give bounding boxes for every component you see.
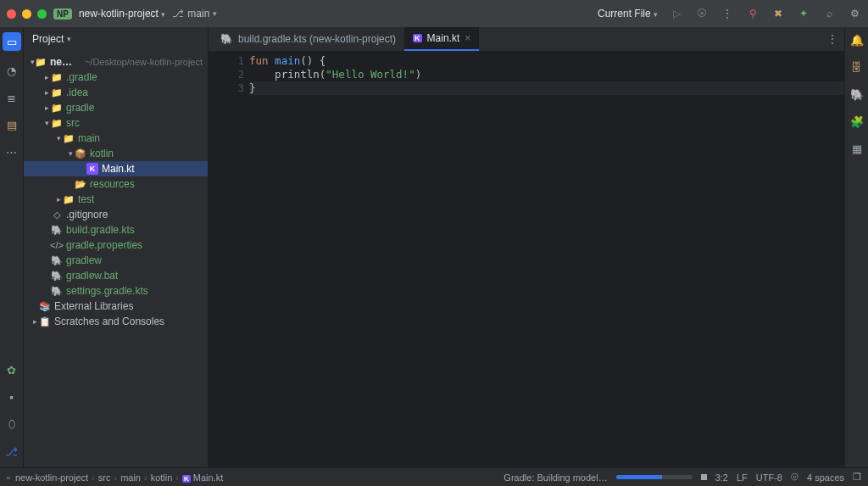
commit-tool-icon[interactable]: ◔	[4, 63, 19, 78]
gradle-icon: 🐘	[220, 33, 233, 45]
close-tab-icon[interactable]: ×	[465, 32, 470, 44]
tree-item-label: build.gradle.kts	[66, 224, 135, 236]
breadcrumb-item[interactable]: src	[98, 472, 111, 483]
tree-item-scratches-and-consoles[interactable]: ▸📋Scratches and Consoles	[24, 314, 208, 329]
code-line[interactable]: fun main() {	[249, 54, 844, 68]
code-line[interactable]: println("Hello World!")	[249, 68, 844, 81]
expand-arrow-icon[interactable]: ▾	[66, 149, 75, 158]
expand-arrow-icon[interactable]: ▸	[54, 195, 63, 204]
status-more-icon[interactable]: ❐	[853, 472, 861, 483]
indent-config[interactable]: 4 spaces	[807, 472, 844, 483]
project-tree[interactable]: ▾📁new-kotlin-project~/Desktop/new-kotlin…	[24, 51, 208, 467]
tree-item-gradle-properties[interactable]: </>gradle.properties	[24, 237, 208, 253]
tree-item-label: gradle	[66, 102, 94, 114]
expand-arrow-icon[interactable]: ▸	[42, 88, 51, 97]
tree-item-gradlew[interactable]: 🐘gradlew	[24, 253, 208, 268]
tree-item-gradlew-bat[interactable]: 🐘gradlew.bat	[24, 268, 208, 283]
maximize-button[interactable]	[37, 9, 47, 19]
tree-item-main[interactable]: ▾📁main	[24, 131, 208, 146]
tree-item-label: settings.gradle.kts	[66, 285, 148, 297]
editor-code[interactable]: fun main() { println("Hello World!")}	[249, 51, 844, 467]
breadcrumbs[interactable]: new-kotlin-project›src›main›kotlin›KMain…	[15, 472, 223, 483]
chevron-down-icon: ▾	[67, 35, 71, 43]
breadcrumb-item[interactable]: KMain.kt	[182, 472, 223, 483]
gradle-icon: 🐘	[51, 254, 63, 266]
folder-icon: 📁	[51, 87, 63, 98]
tree-item-resources[interactable]: 📂resources	[24, 176, 208, 192]
run-icon[interactable]: ▷	[670, 7, 683, 20]
minimize-button[interactable]	[22, 9, 31, 19]
tree-item--gitignore[interactable]: ◇.gitignore	[24, 207, 208, 222]
line-separator[interactable]: LF	[737, 472, 748, 483]
encoding[interactable]: UTF-8	[756, 472, 782, 483]
tree-item-test[interactable]: ▸📁test	[24, 192, 208, 207]
breadcrumb-item[interactable]: new-kotlin-project	[15, 472, 88, 483]
lib-icon: 📚	[39, 300, 51, 312]
code-line[interactable]: }	[249, 81, 844, 95]
structure-tool-icon[interactable]: ≣	[4, 90, 19, 105]
expand-arrow-icon[interactable]: ▸	[42, 103, 51, 112]
tab-more-icon[interactable]: ⋮	[827, 33, 837, 45]
expand-arrow-icon[interactable]: ▸	[42, 73, 51, 81]
editor-body: 123 fun main() { println("Hello World!")…	[209, 51, 844, 467]
tree-item--idea[interactable]: ▸📁.idea	[24, 85, 208, 100]
stop-build-button[interactable]	[701, 474, 707, 480]
expand-arrow-icon[interactable]: ▾	[54, 134, 63, 142]
vcs-tool-icon[interactable]: ⎇	[4, 444, 19, 459]
expand-arrow-icon[interactable]: ▾	[42, 119, 51, 127]
tree-item-main-kt[interactable]: KMain.kt	[24, 161, 208, 176]
editor-area: 🐘build.gradle.kts (new-kotlin-project)KM…	[209, 27, 844, 467]
tree-item-external-libraries[interactable]: 📚External Libraries	[24, 299, 208, 314]
project-tool-icon[interactable]: ▭	[3, 32, 21, 51]
breadcrumb-separator: ›	[92, 472, 95, 483]
breadcrumb-item[interactable]: main	[120, 472, 141, 483]
editor-gutter: 123	[209, 51, 249, 467]
project-tool-title: Project	[32, 33, 64, 45]
scratch-icon: 📋	[39, 316, 51, 327]
more-tools-icon[interactable]: ⋯	[4, 144, 19, 159]
expand-arrow-icon[interactable]: ▸	[31, 317, 39, 326]
tree-item-kotlin[interactable]: ▾📦kotlin	[24, 146, 208, 161]
device-tool-icon[interactable]: 🧩	[849, 114, 865, 129]
tools-icon[interactable]: ✖	[771, 7, 785, 20]
project-tool-header[interactable]: Project ▾	[24, 27, 208, 51]
editor-tab[interactable]: 🐘build.gradle.kts (new-kotlin-project)	[212, 27, 404, 51]
tree-item--gradle[interactable]: ▸📁.gradle	[24, 70, 208, 85]
notifications-tool-icon[interactable]: 🔔	[849, 32, 865, 47]
props-icon: </>	[51, 239, 63, 251]
close-button[interactable]	[7, 9, 16, 19]
run-config-selector[interactable]: Current File ▾	[598, 8, 658, 20]
line-number[interactable]: 1	[209, 54, 244, 68]
tree-item-path: ~/Desktop/new-kotlin-project	[85, 57, 203, 67]
build-status-label[interactable]: Gradle: Building model…	[504, 472, 607, 483]
problems-tool-icon[interactable]: ⬯	[4, 416, 19, 432]
database-tool-icon[interactable]: 🗄	[849, 59, 865, 75]
bookmarks-tool-icon[interactable]: ▤	[4, 117, 19, 132]
build-icon[interactable]: ⚲	[746, 7, 760, 20]
project-selector[interactable]: new-kotlin-project ▾	[79, 8, 165, 20]
window-controls	[7, 9, 47, 19]
gradle-tool-icon[interactable]: 🐘	[849, 87, 865, 102]
emulator-tool-icon[interactable]: ▦	[849, 141, 865, 156]
debug-icon[interactable]: ⦿	[695, 7, 709, 20]
breadcrumb-item[interactable]: kotlin	[151, 472, 173, 483]
line-number[interactable]: 2	[209, 68, 244, 81]
settings-icon[interactable]: ⚙	[848, 7, 861, 20]
tree-item-label: .gitignore	[66, 209, 108, 221]
search-icon[interactable]: ⌕	[822, 7, 836, 20]
caret-position[interactable]: 3:2	[715, 472, 728, 483]
more-actions-icon[interactable]: ⋮	[721, 7, 734, 20]
tree-item-gradle[interactable]: ▸📁gradle	[24, 100, 208, 115]
tree-item-settings-gradle-kts[interactable]: 🐘settings.gradle.kts	[24, 283, 208, 299]
ai-assistant-icon[interactable]: ✦	[797, 7, 810, 20]
tree-item-src[interactable]: ▾📁src	[24, 115, 208, 131]
git-branch-selector[interactable]: ⎇ main ▾	[172, 8, 217, 20]
services-tool-icon[interactable]: ✿	[4, 362, 19, 377]
breadcrumb-separator: ›	[144, 472, 147, 483]
terminal-tool-icon[interactable]: ▪	[4, 389, 19, 405]
readonly-icon[interactable]: ⦾	[791, 472, 798, 483]
editor-tab[interactable]: KMain.kt×	[404, 27, 479, 51]
tree-item-new-kotlin-project[interactable]: ▾📁new-kotlin-project~/Desktop/new-kotlin…	[24, 54, 208, 70]
line-number[interactable]: 3	[209, 81, 244, 95]
tree-item-build-gradle-kts[interactable]: 🐘build.gradle.kts	[24, 222, 208, 237]
